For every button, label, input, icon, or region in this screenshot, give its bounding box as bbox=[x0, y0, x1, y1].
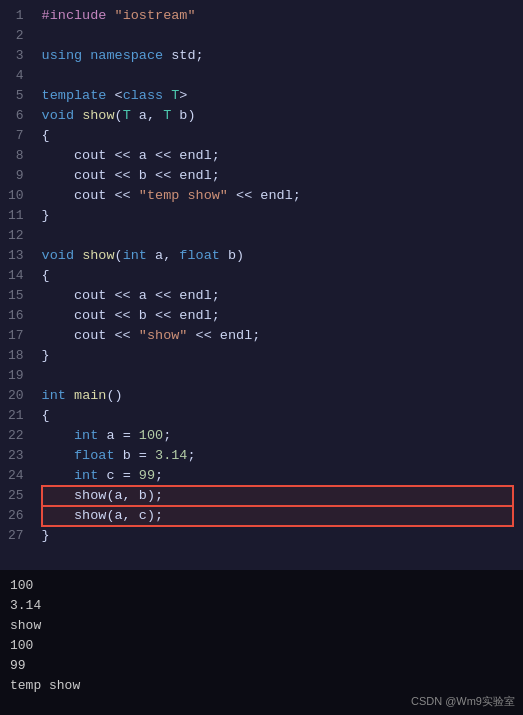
line-number: 6 bbox=[8, 106, 24, 126]
code-line: int c = 99; bbox=[42, 466, 513, 486]
code-content: #include "iostream" using namespace std;… bbox=[32, 0, 523, 570]
line-number: 23 bbox=[8, 446, 24, 466]
line-number: 7 bbox=[8, 126, 24, 146]
code-line: cout << b << endl; bbox=[42, 166, 513, 186]
code-line bbox=[42, 366, 513, 386]
code-line: { bbox=[42, 406, 513, 426]
line-number: 2 bbox=[8, 26, 24, 46]
terminal-line: 100 bbox=[10, 576, 513, 596]
terminal-line: 100 bbox=[10, 636, 513, 656]
code-line: show(a, c); bbox=[42, 506, 513, 526]
code-line bbox=[42, 26, 513, 46]
line-number: 8 bbox=[8, 146, 24, 166]
line-numbers: 1234567891011121314151617181920212223242… bbox=[0, 0, 32, 570]
terminal-line: 99 bbox=[10, 656, 513, 676]
line-number: 21 bbox=[8, 406, 24, 426]
code-line: template <class T> bbox=[42, 86, 513, 106]
terminal-output: 1003.14show10099temp show CSDN @Wm9实验室 bbox=[0, 570, 523, 715]
code-line: void show(T a, T b) bbox=[42, 106, 513, 126]
code-line bbox=[42, 226, 513, 246]
line-number: 17 bbox=[8, 326, 24, 346]
line-number: 20 bbox=[8, 386, 24, 406]
line-number: 24 bbox=[8, 466, 24, 486]
code-line: int main() bbox=[42, 386, 513, 406]
line-number: 13 bbox=[8, 246, 24, 266]
code-line: void show(int a, float b) bbox=[42, 246, 513, 266]
code-line: using namespace std; bbox=[42, 46, 513, 66]
terminal-line: 3.14 bbox=[10, 596, 513, 616]
code-line: int a = 100; bbox=[42, 426, 513, 446]
line-number: 9 bbox=[8, 166, 24, 186]
line-number: 14 bbox=[8, 266, 24, 286]
line-number: 27 bbox=[8, 526, 24, 546]
terminal-line: show bbox=[10, 616, 513, 636]
code-line: { bbox=[42, 266, 513, 286]
code-line: cout << a << endl; bbox=[42, 146, 513, 166]
line-number: 19 bbox=[8, 366, 24, 386]
code-line: cout << "temp show" << endl; bbox=[42, 186, 513, 206]
code-line: } bbox=[42, 526, 513, 546]
terminal-line: temp show bbox=[10, 676, 513, 696]
code-line: } bbox=[42, 206, 513, 226]
code-line: #include "iostream" bbox=[42, 6, 513, 26]
line-number: 15 bbox=[8, 286, 24, 306]
line-number: 12 bbox=[8, 226, 24, 246]
code-line: cout << "show" << endl; bbox=[42, 326, 513, 346]
code-line: float b = 3.14; bbox=[42, 446, 513, 466]
line-number: 11 bbox=[8, 206, 24, 226]
line-number: 26 bbox=[8, 506, 24, 526]
code-line: } bbox=[42, 346, 513, 366]
line-number: 25 bbox=[8, 486, 24, 506]
code-line: cout << a << endl; bbox=[42, 286, 513, 306]
line-number: 5 bbox=[8, 86, 24, 106]
watermark: CSDN @Wm9实验室 bbox=[411, 694, 515, 709]
line-number: 3 bbox=[8, 46, 24, 66]
line-number: 18 bbox=[8, 346, 24, 366]
line-number: 10 bbox=[8, 186, 24, 206]
line-number: 16 bbox=[8, 306, 24, 326]
code-editor: 1234567891011121314151617181920212223242… bbox=[0, 0, 523, 570]
code-line: show(a, b); bbox=[42, 486, 513, 506]
code-line bbox=[42, 66, 513, 86]
line-number: 1 bbox=[8, 6, 24, 26]
line-number: 4 bbox=[8, 66, 24, 86]
line-number: 22 bbox=[8, 426, 24, 446]
code-line: { bbox=[42, 126, 513, 146]
code-line: cout << b << endl; bbox=[42, 306, 513, 326]
